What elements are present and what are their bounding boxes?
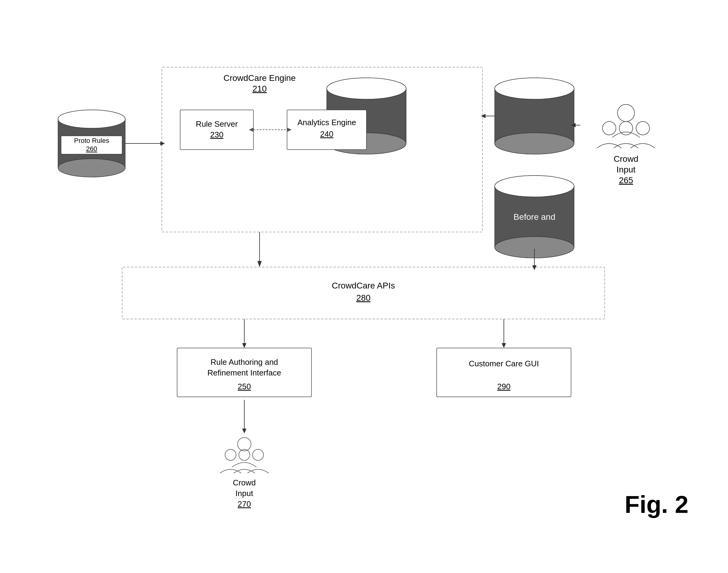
diagram-container: Proto Rules 260 Before and CrowdCare Eng… [31,24,697,542]
svg-text:260: 260 [86,145,97,153]
svg-text:Proto Rules: Proto Rules [74,137,109,144]
svg-text:Crowd: Crowd [233,478,256,487]
svg-point-66 [636,121,649,135]
svg-marker-35 [481,114,486,118]
svg-rect-23 [180,110,253,150]
svg-text:265: 265 [619,175,633,185]
svg-marker-37 [257,261,262,267]
svg-text:Rule Server: Rule Server [196,119,238,128]
svg-text:Input: Input [235,489,253,498]
svg-text:Before and: Before and [514,212,555,222]
svg-text:CrowdCare APIs: CrowdCare APIs [332,281,395,290]
svg-text:Customer Care GUI: Customer Care GUI [469,359,539,368]
svg-text:280: 280 [356,293,371,303]
svg-text:Analytics Engine: Analytics Engine [297,118,356,127]
svg-text:270: 270 [238,500,251,509]
svg-text:Fig. 2: Fig. 2 [625,491,689,518]
svg-text:250: 250 [238,382,251,391]
svg-point-63 [618,104,635,121]
svg-point-56 [238,437,251,451]
svg-marker-44 [242,343,246,348]
svg-marker-42 [532,265,537,270]
svg-marker-46 [502,343,506,348]
svg-point-2 [58,159,125,177]
svg-point-65 [619,121,633,135]
svg-text:210: 210 [252,84,267,93]
svg-marker-33 [160,141,165,146]
svg-text:240: 240 [320,129,333,139]
svg-text:Crowd: Crowd [614,154,638,164]
svg-marker-55 [242,429,246,433]
svg-point-18 [495,175,574,197]
svg-text:290: 290 [497,382,510,391]
svg-point-3 [58,110,125,128]
svg-text:CrowdCare Engine: CrowdCare Engine [224,73,296,83]
svg-point-64 [602,121,616,135]
svg-point-59 [252,449,263,460]
svg-point-57 [225,449,236,460]
svg-text:Refinement Interface: Refinement Interface [207,368,281,377]
svg-text:Input: Input [617,165,635,174]
svg-point-14 [495,78,574,99]
svg-point-10 [327,78,406,99]
svg-text:Rule Authoring and: Rule Authoring and [210,358,278,367]
svg-text:230: 230 [210,130,223,139]
svg-point-13 [495,133,574,154]
